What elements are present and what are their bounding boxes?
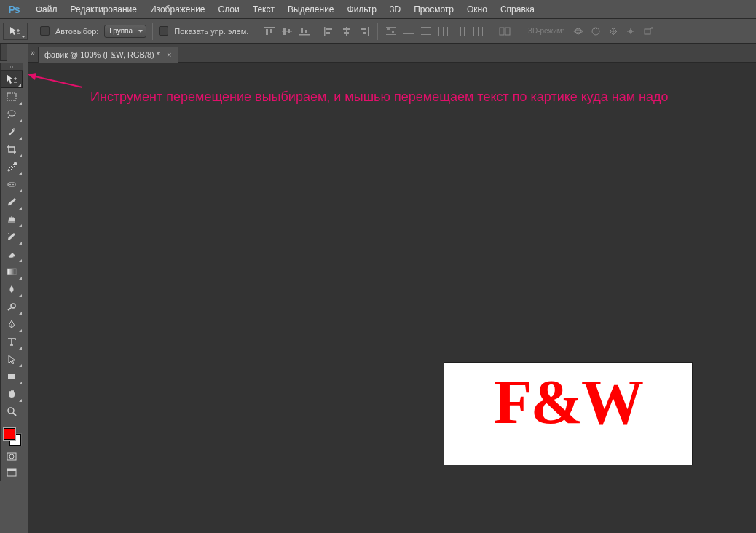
auto-select-checkbox[interactable]	[40, 26, 50, 36]
artboard[interactable]: F&W	[444, 363, 692, 465]
align-vcenter-icon[interactable]	[280, 25, 294, 38]
menu-layers[interactable]: Слои	[212, 1, 246, 17]
separator	[492, 23, 492, 40]
tools-sidebar	[0, 44, 28, 533]
svg-marker-59	[28, 73, 36, 80]
type-tool[interactable]	[1, 333, 23, 350]
annotation-text: Инструмент перемещение выыбираем, и мышь…	[90, 87, 695, 107]
menu-window[interactable]: Окно	[460, 1, 494, 17]
history-brush-tool[interactable]	[1, 228, 23, 245]
align-hcenter-icon[interactable]	[339, 25, 354, 38]
screen-mode[interactable]	[1, 465, 23, 481]
svg-rect-13	[343, 28, 350, 30]
auto-align-icon[interactable]	[498, 25, 513, 38]
align-bottom-icon[interactable]	[297, 25, 312, 38]
blur-tool[interactable]	[1, 280, 23, 298]
svg-rect-16	[361, 28, 366, 30]
menu-select[interactable]: Выделение	[281, 1, 341, 17]
color-swatches[interactable]	[1, 427, 23, 449]
svg-rect-8	[305, 30, 307, 33]
foreground-swatch[interactable]	[4, 428, 15, 440]
pen-tool[interactable]	[1, 315, 23, 333]
quickmask-toggle[interactable]	[1, 449, 23, 465]
svg-rect-47	[8, 183, 15, 186]
pan-3d-icon[interactable]	[606, 25, 621, 38]
svg-point-55	[9, 454, 14, 459]
dodge-tool[interactable]	[1, 298, 23, 315]
svg-rect-23	[403, 28, 414, 28]
svg-rect-28	[421, 34, 431, 35]
svg-rect-15	[368, 27, 369, 36]
dist-top-icon[interactable]	[384, 25, 398, 38]
canvas-area[interactable]: Инструмент перемещение выыбираем, и мышь…	[28, 63, 756, 533]
align-right-icon[interactable]	[357, 25, 371, 38]
svg-point-49	[12, 184, 14, 186]
hand-tool[interactable]	[1, 385, 23, 403]
menu-filter[interactable]: Фильтр	[341, 1, 383, 17]
show-controls-label: Показать упр. элем.	[173, 27, 250, 36]
move-tool[interactable]	[1, 71, 23, 88]
svg-rect-52	[8, 374, 15, 379]
menu-help[interactable]: Справка	[494, 1, 541, 17]
menu-3d[interactable]: 3D	[383, 1, 407, 17]
eyedropper-tool[interactable]	[1, 158, 23, 175]
svg-point-53	[8, 408, 14, 414]
zoom-tool[interactable]	[1, 403, 23, 420]
separator	[377, 23, 378, 40]
orbit-3d-icon[interactable]	[571, 25, 586, 38]
svg-rect-46	[14, 162, 17, 165]
rectangle-tool[interactable]	[1, 368, 23, 385]
menu-text[interactable]: Текст	[246, 1, 281, 17]
auto-select-label: Автовыбор:	[54, 27, 100, 36]
svg-rect-35	[473, 27, 474, 36]
dist-right-icon[interactable]	[471, 25, 486, 38]
close-tab-icon[interactable]: ×	[167, 50, 171, 59]
menu-file[interactable]: Файл	[29, 1, 64, 17]
dist-hcenter-icon[interactable]	[454, 25, 468, 38]
panel-handle[interactable]	[1, 63, 23, 71]
annotation-arrow	[28, 73, 86, 90]
lasso-tool[interactable]	[1, 106, 23, 123]
auto-select-dropdown[interactable]: Группа	[104, 25, 146, 38]
scale-3d-icon[interactable]	[641, 25, 655, 38]
show-controls-checkbox[interactable]	[159, 26, 168, 36]
document-tab[interactable]: фавик @ 100% (F&W, RGB/8) * ×	[38, 47, 178, 63]
document-tab-title: фавик @ 100% (F&W, RGB/8) *	[44, 50, 160, 59]
dist-vcenter-icon[interactable]	[401, 25, 416, 38]
gradient-tool[interactable]	[1, 263, 23, 280]
dist-bottom-icon[interactable]	[419, 25, 433, 38]
tab-arrow[interactable]: »	[28, 49, 38, 57]
svg-rect-24	[403, 31, 414, 31]
menu-view[interactable]: Просмотр	[407, 1, 460, 17]
svg-rect-6	[299, 34, 310, 36]
marquee-tool[interactable]	[1, 88, 23, 106]
svg-rect-39	[505, 28, 510, 35]
divider	[2, 422, 21, 422]
tool-preset-picker[interactable]	[3, 23, 28, 40]
align-top-icon[interactable]	[262, 25, 277, 38]
svg-rect-38	[500, 28, 504, 35]
panel-tab[interactable]	[0, 44, 7, 61]
align-left-icon[interactable]	[322, 25, 336, 38]
menu-image[interactable]: Изображение	[143, 1, 212, 17]
dist-left-icon[interactable]	[436, 25, 451, 38]
svg-rect-44	[645, 29, 650, 34]
healing-brush-tool[interactable]	[1, 175, 23, 193]
document-tabs: » фавик @ 100% (F&W, RGB/8) * ×	[28, 44, 756, 63]
svg-rect-22	[392, 31, 394, 33]
svg-rect-17	[363, 32, 366, 34]
path-select-tool[interactable]	[1, 350, 23, 368]
menu-edit[interactable]: Редактирование	[64, 1, 143, 17]
artwork-text[interactable]: F&W	[494, 366, 642, 438]
svg-rect-30	[443, 27, 444, 36]
crop-tool[interactable]	[1, 141, 23, 158]
eraser-tool[interactable]	[1, 245, 23, 263]
clone-stamp-tool[interactable]	[1, 210, 23, 228]
roll-3d-icon[interactable]	[588, 25, 603, 38]
magic-wand-tool[interactable]	[1, 123, 23, 141]
slide-3d-icon[interactable]	[623, 25, 638, 38]
svg-rect-4	[283, 28, 286, 35]
svg-rect-7	[301, 28, 303, 33]
svg-rect-36	[478, 27, 479, 36]
brush-tool[interactable]	[1, 193, 23, 210]
